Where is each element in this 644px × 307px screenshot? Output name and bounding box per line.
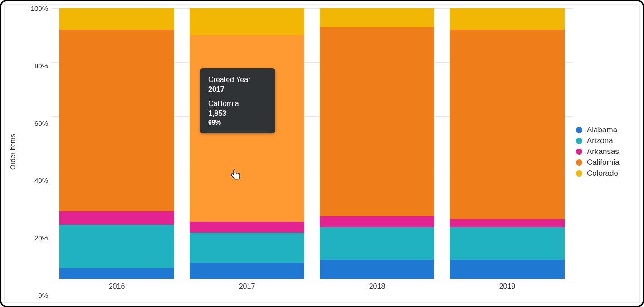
bar-stack[interactable]: [450, 8, 565, 279]
plot-area: Created Year 2017 California 1,853 69% 2…: [52, 8, 572, 295]
legend-swatch: [576, 149, 582, 155]
bar-column: [182, 8, 312, 279]
bar-segment[interactable]: [450, 8, 565, 30]
tooltip-percent: 69%: [208, 118, 267, 127]
bar-segment[interactable]: [320, 27, 434, 217]
legend-item[interactable]: Alabama: [576, 125, 639, 134]
legend-swatch: [576, 170, 582, 177]
bar-segment[interactable]: [59, 211, 174, 225]
legend-item[interactable]: Arizona: [576, 136, 639, 145]
bar-columns: [52, 8, 572, 279]
legend-item[interactable]: Colorado: [576, 169, 639, 178]
x-tick: 2016: [109, 283, 125, 291]
legend-label: California: [587, 158, 620, 167]
tooltip-series-label: California: [208, 99, 267, 109]
tooltip-category-label: Created Year: [208, 75, 267, 85]
chart-frame: Order Items 0%20%40%60%80%100% Created Y…: [0, 0, 644, 307]
bar-segment[interactable]: [450, 30, 565, 220]
y-axis-label: Order Items: [9, 134, 17, 169]
legend-item[interactable]: California: [576, 158, 639, 167]
chart-inner: Order Items 0%20%40%60%80%100% Created Y…: [4, 4, 640, 303]
bar-segment[interactable]: [190, 263, 304, 279]
bar-column: [442, 8, 572, 279]
bar-stack[interactable]: [190, 8, 304, 279]
bar-segment[interactable]: [190, 233, 304, 263]
y-tick: 60%: [34, 119, 48, 127]
bar-segment[interactable]: [450, 219, 565, 227]
bar-segment[interactable]: [450, 227, 565, 260]
legend-swatch: [576, 127, 582, 133]
bar-segment[interactable]: [320, 8, 434, 27]
legend-label: Arizona: [587, 136, 613, 145]
bar-stack[interactable]: [59, 8, 174, 279]
y-tick: 40%: [34, 177, 48, 184]
legend-label: Colorado: [587, 169, 618, 178]
legend-label: Alabama: [587, 125, 617, 134]
bar-segment[interactable]: [59, 8, 174, 30]
tooltip-category-value: 2017: [208, 85, 267, 95]
bar-segment[interactable]: [59, 268, 174, 279]
x-tick: 2018: [369, 283, 385, 291]
bar-segment[interactable]: [320, 227, 434, 260]
x-tick: 2019: [499, 283, 516, 291]
bar-segment[interactable]: [190, 8, 304, 35]
bar-segment[interactable]: [190, 222, 304, 233]
bar-segment[interactable]: [320, 260, 434, 279]
bar-segment[interactable]: [450, 260, 565, 279]
legend-item[interactable]: Arkansas: [576, 147, 639, 156]
legend-swatch: [576, 138, 582, 144]
y-axis-ticks: 0%20%40%60%80%100%: [21, 8, 52, 295]
y-tick: 80%: [34, 62, 48, 69]
plot[interactable]: Created Year 2017 California 1,853 69%: [52, 8, 572, 279]
tooltip-value: 1,853: [208, 109, 267, 119]
bar-segment[interactable]: [59, 225, 174, 268]
tooltip: Created Year 2017 California 1,853 69%: [200, 68, 275, 133]
x-tick: 2017: [239, 283, 255, 291]
legend: AlabamaArizonaArkansasCaliforniaColorado: [572, 8, 639, 295]
x-axis: 2016201720182019: [52, 279, 572, 295]
bar-column: [312, 8, 442, 279]
bar-column: [52, 8, 182, 279]
y-tick: 0%: [38, 292, 48, 299]
bar-segment[interactable]: [320, 216, 434, 227]
y-tick: 100%: [31, 5, 48, 12]
y-axis-label-wrap: Order Items: [5, 8, 21, 295]
bar-stack[interactable]: [320, 8, 434, 279]
y-tick: 20%: [34, 234, 48, 242]
legend-label: Arkansas: [587, 147, 619, 156]
bar-segment[interactable]: [59, 30, 174, 211]
legend-swatch: [576, 159, 582, 166]
